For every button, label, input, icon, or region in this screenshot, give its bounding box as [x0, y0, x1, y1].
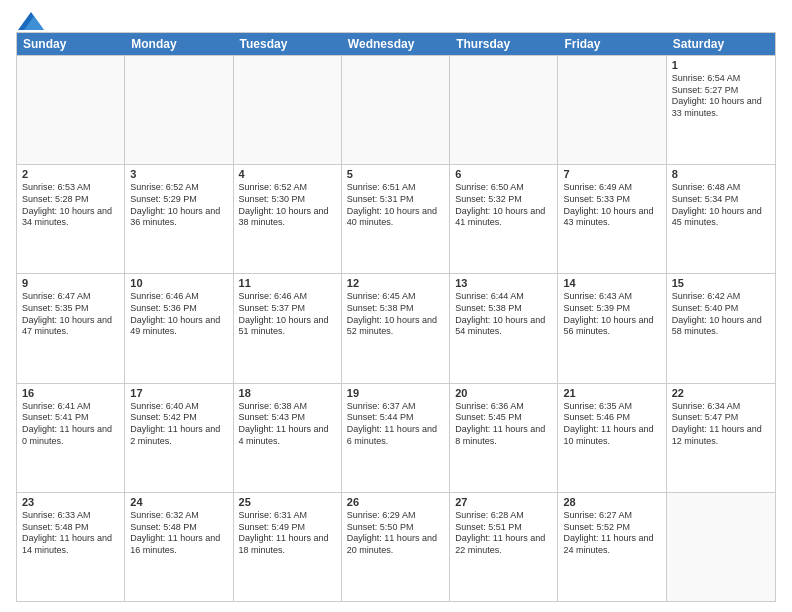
day-number: 18	[239, 387, 336, 399]
day-number: 13	[455, 277, 552, 289]
cal-week-row: 1Sunrise: 6:54 AM Sunset: 5:27 PM Daylig…	[17, 55, 775, 164]
day-info: Sunrise: 6:52 AM Sunset: 5:30 PM Dayligh…	[239, 182, 336, 229]
cal-day-3: 3Sunrise: 6:52 AM Sunset: 5:29 PM Daylig…	[125, 165, 233, 273]
logo	[16, 12, 44, 24]
day-number: 22	[672, 387, 770, 399]
cal-day-2: 2Sunrise: 6:53 AM Sunset: 5:28 PM Daylig…	[17, 165, 125, 273]
cal-day-9: 9Sunrise: 6:47 AM Sunset: 5:35 PM Daylig…	[17, 274, 125, 382]
day-number: 2	[22, 168, 119, 180]
day-number: 3	[130, 168, 227, 180]
day-number: 27	[455, 496, 552, 508]
cal-day-11: 11Sunrise: 6:46 AM Sunset: 5:37 PM Dayli…	[234, 274, 342, 382]
day-info: Sunrise: 6:34 AM Sunset: 5:47 PM Dayligh…	[672, 401, 770, 448]
cal-day-20: 20Sunrise: 6:36 AM Sunset: 5:45 PM Dayli…	[450, 384, 558, 492]
cal-day-15: 15Sunrise: 6:42 AM Sunset: 5:40 PM Dayli…	[667, 274, 775, 382]
day-number: 24	[130, 496, 227, 508]
cal-day-26: 26Sunrise: 6:29 AM Sunset: 5:50 PM Dayli…	[342, 493, 450, 601]
cal-empty-cell	[558, 56, 666, 164]
cal-day-23: 23Sunrise: 6:33 AM Sunset: 5:48 PM Dayli…	[17, 493, 125, 601]
day-number: 5	[347, 168, 444, 180]
cal-day-17: 17Sunrise: 6:40 AM Sunset: 5:42 PM Dayli…	[125, 384, 233, 492]
day-info: Sunrise: 6:27 AM Sunset: 5:52 PM Dayligh…	[563, 510, 660, 557]
cal-day-28: 28Sunrise: 6:27 AM Sunset: 5:52 PM Dayli…	[558, 493, 666, 601]
cal-empty-cell	[125, 56, 233, 164]
cal-day-4: 4Sunrise: 6:52 AM Sunset: 5:30 PM Daylig…	[234, 165, 342, 273]
cal-week-row: 9Sunrise: 6:47 AM Sunset: 5:35 PM Daylig…	[17, 273, 775, 382]
day-number: 20	[455, 387, 552, 399]
day-number: 14	[563, 277, 660, 289]
day-info: Sunrise: 6:51 AM Sunset: 5:31 PM Dayligh…	[347, 182, 444, 229]
cal-day-8: 8Sunrise: 6:48 AM Sunset: 5:34 PM Daylig…	[667, 165, 775, 273]
cal-header-cell: Wednesday	[342, 33, 450, 55]
day-number: 4	[239, 168, 336, 180]
day-number: 8	[672, 168, 770, 180]
cal-day-7: 7Sunrise: 6:49 AM Sunset: 5:33 PM Daylig…	[558, 165, 666, 273]
day-info: Sunrise: 6:47 AM Sunset: 5:35 PM Dayligh…	[22, 291, 119, 338]
day-info: Sunrise: 6:29 AM Sunset: 5:50 PM Dayligh…	[347, 510, 444, 557]
day-info: Sunrise: 6:28 AM Sunset: 5:51 PM Dayligh…	[455, 510, 552, 557]
day-number: 1	[672, 59, 770, 71]
day-info: Sunrise: 6:53 AM Sunset: 5:28 PM Dayligh…	[22, 182, 119, 229]
cal-header-cell: Friday	[558, 33, 666, 55]
cal-empty-cell	[342, 56, 450, 164]
day-info: Sunrise: 6:44 AM Sunset: 5:38 PM Dayligh…	[455, 291, 552, 338]
cal-day-16: 16Sunrise: 6:41 AM Sunset: 5:41 PM Dayli…	[17, 384, 125, 492]
day-number: 12	[347, 277, 444, 289]
cal-week-row: 16Sunrise: 6:41 AM Sunset: 5:41 PM Dayli…	[17, 383, 775, 492]
logo-icon	[18, 12, 44, 30]
cal-empty-cell	[234, 56, 342, 164]
day-number: 15	[672, 277, 770, 289]
day-info: Sunrise: 6:35 AM Sunset: 5:46 PM Dayligh…	[563, 401, 660, 448]
cal-empty-cell	[17, 56, 125, 164]
header	[16, 12, 776, 24]
day-number: 9	[22, 277, 119, 289]
day-info: Sunrise: 6:43 AM Sunset: 5:39 PM Dayligh…	[563, 291, 660, 338]
day-number: 23	[22, 496, 119, 508]
cal-week-row: 2Sunrise: 6:53 AM Sunset: 5:28 PM Daylig…	[17, 164, 775, 273]
day-number: 11	[239, 277, 336, 289]
cal-day-27: 27Sunrise: 6:28 AM Sunset: 5:51 PM Dayli…	[450, 493, 558, 601]
cal-header-cell: Thursday	[450, 33, 558, 55]
day-info: Sunrise: 6:41 AM Sunset: 5:41 PM Dayligh…	[22, 401, 119, 448]
day-number: 26	[347, 496, 444, 508]
day-info: Sunrise: 6:46 AM Sunset: 5:37 PM Dayligh…	[239, 291, 336, 338]
day-info: Sunrise: 6:46 AM Sunset: 5:36 PM Dayligh…	[130, 291, 227, 338]
cal-empty-cell	[450, 56, 558, 164]
cal-day-25: 25Sunrise: 6:31 AM Sunset: 5:49 PM Dayli…	[234, 493, 342, 601]
cal-day-22: 22Sunrise: 6:34 AM Sunset: 5:47 PM Dayli…	[667, 384, 775, 492]
day-info: Sunrise: 6:40 AM Sunset: 5:42 PM Dayligh…	[130, 401, 227, 448]
cal-day-12: 12Sunrise: 6:45 AM Sunset: 5:38 PM Dayli…	[342, 274, 450, 382]
page: SundayMondayTuesdayWednesdayThursdayFrid…	[0, 0, 792, 612]
day-number: 16	[22, 387, 119, 399]
cal-day-6: 6Sunrise: 6:50 AM Sunset: 5:32 PM Daylig…	[450, 165, 558, 273]
day-info: Sunrise: 6:32 AM Sunset: 5:48 PM Dayligh…	[130, 510, 227, 557]
cal-header-cell: Monday	[125, 33, 233, 55]
cal-header-cell: Sunday	[17, 33, 125, 55]
cal-day-1: 1Sunrise: 6:54 AM Sunset: 5:27 PM Daylig…	[667, 56, 775, 164]
day-number: 7	[563, 168, 660, 180]
day-info: Sunrise: 6:36 AM Sunset: 5:45 PM Dayligh…	[455, 401, 552, 448]
day-info: Sunrise: 6:54 AM Sunset: 5:27 PM Dayligh…	[672, 73, 770, 120]
day-number: 19	[347, 387, 444, 399]
day-number: 6	[455, 168, 552, 180]
cal-day-21: 21Sunrise: 6:35 AM Sunset: 5:46 PM Dayli…	[558, 384, 666, 492]
day-info: Sunrise: 6:37 AM Sunset: 5:44 PM Dayligh…	[347, 401, 444, 448]
day-info: Sunrise: 6:49 AM Sunset: 5:33 PM Dayligh…	[563, 182, 660, 229]
cal-day-14: 14Sunrise: 6:43 AM Sunset: 5:39 PM Dayli…	[558, 274, 666, 382]
day-number: 25	[239, 496, 336, 508]
cal-day-24: 24Sunrise: 6:32 AM Sunset: 5:48 PM Dayli…	[125, 493, 233, 601]
day-number: 10	[130, 277, 227, 289]
day-info: Sunrise: 6:45 AM Sunset: 5:38 PM Dayligh…	[347, 291, 444, 338]
day-info: Sunrise: 6:38 AM Sunset: 5:43 PM Dayligh…	[239, 401, 336, 448]
day-info: Sunrise: 6:42 AM Sunset: 5:40 PM Dayligh…	[672, 291, 770, 338]
day-info: Sunrise: 6:50 AM Sunset: 5:32 PM Dayligh…	[455, 182, 552, 229]
cal-day-18: 18Sunrise: 6:38 AM Sunset: 5:43 PM Dayli…	[234, 384, 342, 492]
day-info: Sunrise: 6:52 AM Sunset: 5:29 PM Dayligh…	[130, 182, 227, 229]
cal-day-5: 5Sunrise: 6:51 AM Sunset: 5:31 PM Daylig…	[342, 165, 450, 273]
day-info: Sunrise: 6:31 AM Sunset: 5:49 PM Dayligh…	[239, 510, 336, 557]
cal-day-10: 10Sunrise: 6:46 AM Sunset: 5:36 PM Dayli…	[125, 274, 233, 382]
calendar-header: SundayMondayTuesdayWednesdayThursdayFrid…	[17, 33, 775, 55]
cal-day-19: 19Sunrise: 6:37 AM Sunset: 5:44 PM Dayli…	[342, 384, 450, 492]
day-info: Sunrise: 6:33 AM Sunset: 5:48 PM Dayligh…	[22, 510, 119, 557]
cal-header-cell: Saturday	[667, 33, 775, 55]
